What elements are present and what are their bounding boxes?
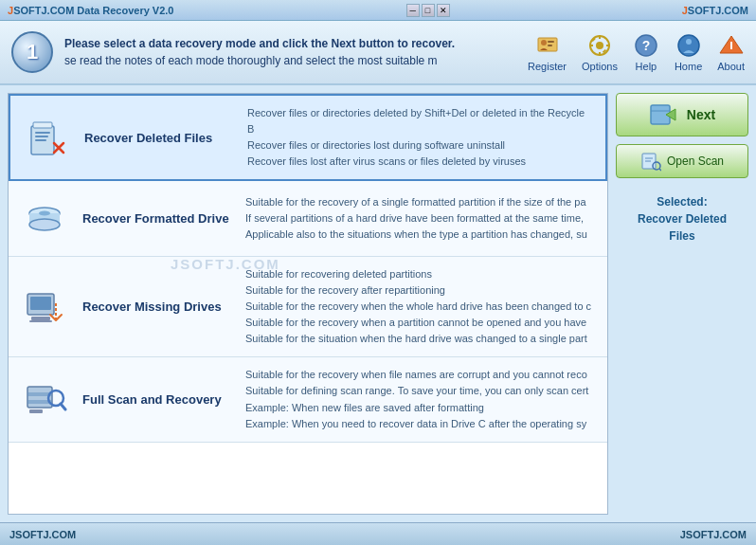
svg-rect-8 bbox=[589, 45, 593, 46]
formatted-drive-desc: Suitable for the recovery of a single fo… bbox=[245, 194, 587, 243]
nav-register[interactable]: Register bbox=[528, 32, 567, 72]
nav-register-label: Register bbox=[528, 61, 567, 72]
svg-rect-28 bbox=[31, 317, 50, 320]
home-icon bbox=[675, 32, 702, 59]
about-icon bbox=[718, 32, 745, 59]
svg-rect-23 bbox=[35, 139, 46, 141]
nav-options[interactable]: Options bbox=[582, 32, 618, 72]
svg-point-1 bbox=[541, 40, 547, 45]
svg-text:?: ? bbox=[642, 38, 651, 53]
svg-rect-17 bbox=[730, 44, 732, 49]
svg-rect-2 bbox=[548, 41, 554, 43]
next-arrow-icon bbox=[649, 100, 679, 130]
step-circle: 1 bbox=[11, 31, 53, 73]
header-line1: Please select a data recovery mode and c… bbox=[64, 35, 516, 52]
close-button[interactable]: ✕ bbox=[437, 4, 450, 17]
svg-point-15 bbox=[686, 39, 692, 45]
option-recover-missing-drives[interactable]: Recover Missing Drives Suitable for reco… bbox=[9, 257, 607, 357]
svg-point-25 bbox=[29, 219, 60, 230]
svg-point-5 bbox=[596, 42, 603, 49]
title-logo-left: JSOFTJ.COM Data Recovery V2.0 bbox=[8, 5, 173, 16]
open-scan-label: Open Scan bbox=[667, 154, 724, 168]
svg-point-26 bbox=[39, 210, 50, 215]
title-bar: JSOFTJ.COM Data Recovery V2.0 ─ □ ✕ JSOF… bbox=[0, 0, 756, 21]
option-recover-formatted-drive[interactable]: Recover Formatted Drive Suitable for the… bbox=[9, 181, 607, 257]
svg-rect-7 bbox=[599, 52, 601, 56]
svg-line-44 bbox=[659, 169, 661, 171]
selected-info: Selected: Recover DeletedFiles bbox=[616, 193, 748, 245]
svg-rect-21 bbox=[35, 132, 50, 134]
nav-help[interactable]: ? Help bbox=[633, 32, 659, 72]
deleted-files-title: Recover Deleted Files bbox=[84, 131, 236, 145]
nav-about[interactable]: About bbox=[717, 32, 745, 72]
title-logo-right: JSOFTJ.COM bbox=[682, 5, 748, 16]
status-left: JSOFTJ.COM bbox=[9, 529, 76, 540]
svg-rect-20 bbox=[33, 122, 52, 128]
deleted-files-icon bbox=[22, 113, 71, 162]
missing-drives-title: Recover Missing Drives bbox=[82, 300, 234, 314]
svg-rect-22 bbox=[35, 136, 48, 137]
formatted-drive-title: Recover Formatted Drive bbox=[82, 211, 234, 226]
full-scan-desc: Suitable for the recovery when file name… bbox=[245, 367, 588, 431]
header-nav: Register Options bbox=[528, 32, 745, 72]
options-icon bbox=[586, 32, 613, 59]
main-area: Recover Deleted Files Recover files or d… bbox=[0, 85, 756, 522]
open-scan-icon bbox=[640, 151, 661, 172]
window-controls[interactable]: ─ □ ✕ bbox=[406, 4, 450, 17]
nav-options-label: Options bbox=[582, 61, 618, 72]
svg-rect-6 bbox=[599, 35, 601, 39]
formatted-drive-icon bbox=[20, 194, 69, 244]
selected-label: Selected: bbox=[657, 195, 707, 209]
header-text: Please select a data recovery mode and c… bbox=[64, 35, 516, 69]
svg-rect-3 bbox=[548, 45, 552, 46]
svg-rect-18 bbox=[730, 42, 732, 44]
deleted-files-desc: Recover files or directories deleted by … bbox=[247, 105, 594, 170]
full-scan-icon bbox=[20, 375, 69, 425]
svg-rect-9 bbox=[606, 45, 610, 46]
nav-help-label: Help bbox=[636, 61, 657, 72]
right-panel: Next Open Scan Selected: Recover Deleted… bbox=[616, 93, 748, 515]
nav-home[interactable]: Home bbox=[675, 32, 702, 72]
svg-rect-29 bbox=[29, 320, 52, 322]
options-panel: Recover Deleted Files Recover files or d… bbox=[8, 93, 608, 515]
selected-value: Recover DeletedFiles bbox=[638, 212, 727, 243]
missing-drives-desc: Suitable for recovering deleted partitio… bbox=[245, 266, 591, 347]
svg-line-35 bbox=[61, 404, 65, 409]
next-label: Next bbox=[687, 107, 715, 122]
svg-rect-36 bbox=[29, 409, 43, 413]
header-line2: se read the notes of each mode thoroughl… bbox=[64, 52, 516, 69]
svg-rect-30 bbox=[30, 297, 51, 310]
maximize-button[interactable]: □ bbox=[422, 4, 435, 17]
option-full-scan-recovery[interactable]: Full Scan and Recovery Suitable for the … bbox=[9, 357, 607, 442]
minimize-button[interactable]: ─ bbox=[406, 4, 420, 17]
header-bar: 1 Please select a data recovery mode and… bbox=[0, 21, 756, 85]
svg-rect-0 bbox=[538, 38, 557, 51]
status-right: JSOFTJ.COM bbox=[680, 529, 747, 540]
full-scan-title: Full Scan and Recovery bbox=[82, 392, 234, 407]
missing-drives-icon bbox=[20, 282, 69, 332]
nav-home-label: Home bbox=[675, 61, 702, 72]
status-bar: JSOFTJ.COM JSOFTJ.COM bbox=[0, 522, 756, 545]
open-scan-button[interactable]: Open Scan bbox=[616, 144, 748, 178]
nav-about-label: About bbox=[717, 61, 745, 72]
register-icon bbox=[534, 32, 561, 59]
help-icon: ? bbox=[633, 32, 659, 59]
option-recover-deleted-files[interactable]: Recover Deleted Files Recover files or d… bbox=[9, 94, 607, 181]
next-button[interactable]: Next bbox=[616, 93, 748, 136]
